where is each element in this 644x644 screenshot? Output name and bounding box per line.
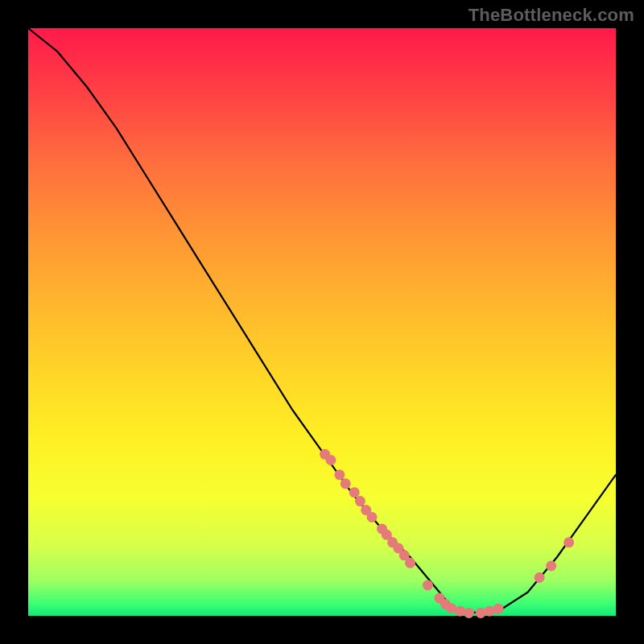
data-markers [320, 449, 574, 618]
data-marker [476, 608, 486, 618]
data-marker [464, 608, 474, 618]
bottleneck-curve [28, 28, 616, 613]
plot-area [28, 28, 616, 616]
data-marker [367, 512, 378, 522]
data-marker [349, 487, 360, 497]
data-marker [546, 561, 556, 572]
data-marker [455, 606, 465, 617]
data-marker [334, 469, 345, 480]
chart-frame: TheBottleneck.com [0, 0, 644, 644]
data-marker [405, 558, 415, 568]
data-marker [325, 455, 336, 465]
data-marker [564, 537, 574, 547]
data-marker [485, 606, 495, 617]
chart-svg [28, 28, 616, 616]
data-marker [423, 580, 433, 591]
data-marker [493, 604, 504, 614]
data-marker [535, 572, 545, 583]
data-marker [341, 478, 351, 489]
data-marker [355, 496, 365, 506]
watermark-text: TheBottleneck.com [469, 5, 634, 26]
